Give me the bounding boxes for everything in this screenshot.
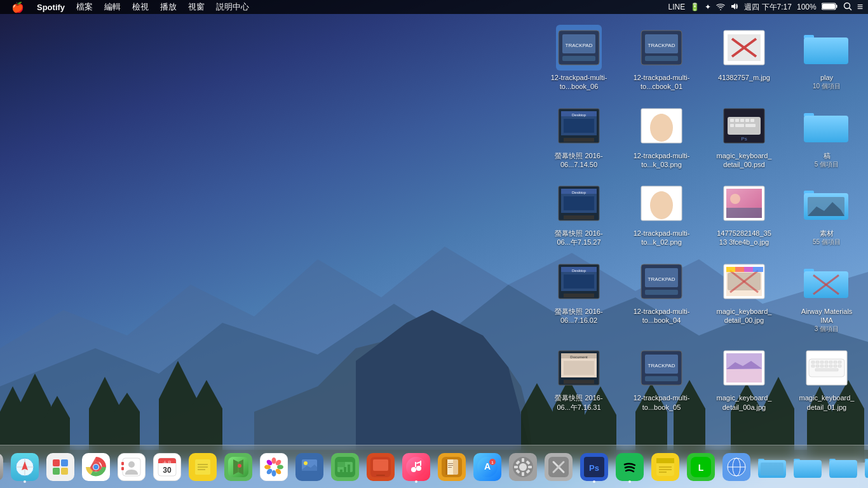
dock-sysprefs[interactable] [506,451,539,484]
dock-folder4[interactable] [862,451,868,484]
dock-line[interactable]: L [684,451,717,484]
svg-rect-207 [415,462,416,467]
icon-magic-keyboard-psd[interactable]: Ps magic_keyboard_detail_00.psd [712,100,776,172]
svg-point-178 [238,464,241,468]
svg-marker-21 [731,3,735,10]
icon-trackpad-06[interactable]: TRACKPAD 12-trackpad-multi-to...book_06 [547,22,611,94]
svg-rect-61 [745,124,756,127]
svg-rect-57 [745,119,749,122]
dock-itunes-dot [415,480,417,483]
dock-maps[interactable] [222,451,255,484]
search-menubar-icon[interactable] [843,2,852,13]
dock-folder2[interactable] [791,451,824,484]
icon-magic-keyboard-jpg[interactable]: magic_keyboard_detail_00.jpg [712,256,776,337]
icon-play-folder[interactable]: play 10 個項目 [795,22,858,94]
svg-point-205 [416,466,421,471]
svg-point-78 [730,194,740,204]
icon-trackpad-02[interactable]: 12-trackpad-multi-to...k_02.png [630,178,693,250]
icon-41382757[interactable]: 41382757_m.jpg [712,22,776,94]
dock-photoshop[interactable]: Ps [578,451,611,484]
dock-appstore[interactable]: A 1 [471,451,504,484]
icon-screenshot-1-label: 螢幕快照 2016-06...7.14.50 [550,151,607,170]
svg-text:TRACKPAD: TRACKPAD [648,363,675,369]
dock-photos[interactable] [257,451,290,484]
menu-file[interactable]: 檔案 [71,0,98,14]
icon-screenshot-2-label: 螢幕快照 2016-06...午7.15.27 [550,229,607,247]
svg-rect-24 [822,4,835,9]
svg-rect-196 [340,470,342,475]
apple-menu[interactable]: 🍎 [5,1,31,13]
dock-browser[interactable] [720,451,753,484]
icon-trackpad-02-label: 12-trackpad-multi-to...k_02.png [633,229,690,247]
icon-trackpad-01[interactable]: TRACKPAD 12-trackpad-multi-to...cbook_01 [630,22,693,94]
icon-airway[interactable]: Airway Materials IMA 3 個項目 [795,256,858,337]
dock: 30 十月 [0,445,868,488]
icon-folder-5-count: 5 個項目 [815,160,839,169]
svg-rect-224 [514,466,518,468]
icon-magic-keyboard-00a[interactable]: magic_keyboard_detail_00a.jpg [712,342,776,414]
svg-rect-164 [121,462,124,465]
app-name[interactable]: Spotify [32,1,70,13]
svg-rect-137 [838,365,841,367]
svg-text:TRACKPAD: TRACKPAD [648,43,675,48]
dock-calendar[interactable]: 30 十月 [151,451,184,484]
svg-rect-133 [820,365,824,367]
dock-stickies[interactable] [186,451,219,484]
svg-rect-197 [344,467,346,475]
dock-folder1[interactable] [756,451,789,484]
dock-safari[interactable] [8,451,41,484]
svg-rect-195 [337,462,345,467]
icon-trackpad-05[interactable]: TRACKPAD 12-trackpad-multi-to...book_05 [630,342,693,414]
svg-point-204 [411,467,416,472]
icon-trackpad-04-label: 12-trackpad-multi-to...book_04 [633,307,690,325]
icon-trackpad-04[interactable]: TRACKPAD 12-trackpad-multi-to...book_04 [630,256,693,337]
menu-window[interactable]: 視窗 [183,0,210,14]
menu-view[interactable]: 檢視 [127,0,154,14]
menu-edit[interactable]: 編輯 [99,0,126,14]
dock-keynote[interactable] [364,451,397,484]
icon-folder-5[interactable]: 稿 5 個項目 [795,100,858,172]
svg-rect-92 [645,290,678,295]
dock-itunes[interactable] [400,451,433,484]
svg-line-26 [849,8,851,10]
dock-tools[interactable] [542,451,575,484]
icon-airway-count: 3 個項目 [815,325,839,334]
dock-chrome[interactable] [79,451,112,484]
dock-grid[interactable] [44,451,77,484]
dock-launchpad[interactable] [0,451,6,484]
svg-rect-101 [744,267,753,272]
svg-rect-126 [820,361,824,363]
svg-rect-125 [816,361,819,363]
svg-text:Ps: Ps [741,136,747,142]
dock-notes[interactable] [649,451,682,484]
menu-icon[interactable]: ≡ [857,1,863,13]
svg-rect-215 [448,467,452,468]
dock-folder3[interactable] [827,451,860,484]
svg-rect-202 [376,475,385,476]
dock-ibooks[interactable] [435,451,468,484]
svg-text:Desktop: Desktop [572,191,587,194]
svg-rect-201 [379,471,382,475]
svg-rect-33 [645,56,678,61]
menu-play[interactable]: 播放 [155,0,182,14]
icon-folder-55[interactable]: 素材 55 個項目 [795,178,858,250]
svg-rect-208 [420,461,421,466]
svg-rect-29 [562,56,595,61]
icon-magic-keyboard-01[interactable]: magic_keyboard_detail_01.jpg [795,342,858,414]
menu-help[interactable]: 説明中心 [211,0,254,14]
svg-point-25 [844,3,850,8]
icon-screenshot-3[interactable]: Desktop 螢幕快照 2016-06...7.16.02 [547,256,611,337]
dock-contacts[interactable] [115,451,148,484]
svg-rect-198 [348,464,350,475]
dock-spotify[interactable] [613,451,646,484]
icon-trackpad-03[interactable]: 12-trackpad-multi-to...k_03.png [630,100,693,172]
dock-numbers[interactable] [329,451,362,484]
icon-screenshot-4[interactable]: Document 螢幕快照 2016-06...午7.16.31 [547,342,611,414]
icon-screenshot-1[interactable]: Desktop 螢幕快照 2016-06...7.14.50 [547,100,611,172]
desktop-icons: TRACKPAD 12-trackpad-multi-to...book_06 … [544,19,862,417]
icon-screenshot-2[interactable]: Desktop 螢幕快照 2016-06...午7.15.27 [547,178,611,250]
dock-spotify-dot [628,480,631,483]
dock-photo-browser[interactable] [293,451,326,484]
svg-text:Document: Document [570,355,588,359]
icon-14775282148[interactable]: 14775282148_3513 3fce4b_o.jpg [712,178,776,250]
